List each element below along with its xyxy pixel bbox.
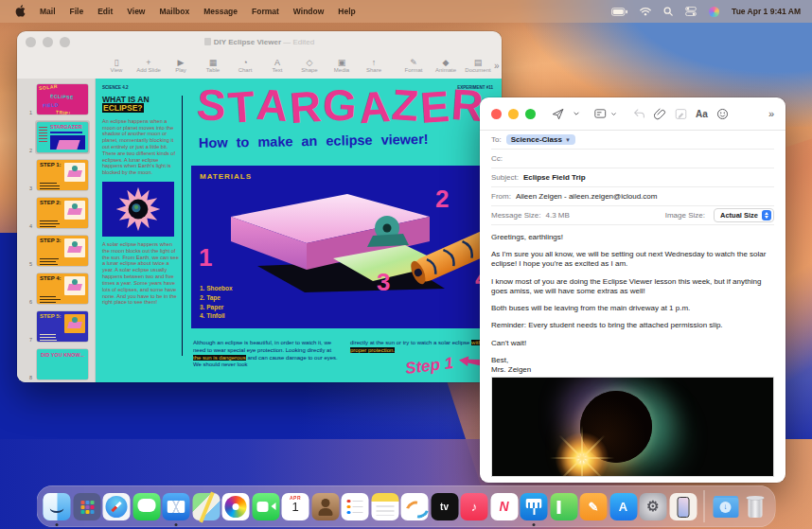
markup-button[interactable] (675, 108, 687, 120)
dock-iphone-mirroring-icon[interactable] (669, 493, 697, 520)
dock-calendar-icon[interactable]: APR1 (282, 493, 309, 520)
dock-notes-icon[interactable] (371, 493, 398, 520)
reply-button[interactable] (633, 108, 645, 119)
eclipse-photo-attachment[interactable] (491, 377, 774, 477)
toolbar-share[interactable]: ↑Share (358, 58, 390, 73)
dock-freeform-icon[interactable] (401, 493, 429, 520)
dock-finder-icon[interactable] (44, 493, 71, 520)
image-size-select[interactable]: Actual Size (714, 208, 774, 222)
menu-mail[interactable]: Mail (40, 7, 56, 16)
toolbar-label: Table (206, 67, 220, 73)
dock-keynote-icon[interactable] (521, 493, 548, 520)
from-field[interactable]: From: Aileen Zeigen - aileen.zeigen@iclo… (491, 187, 774, 206)
title-line: SOLAR (39, 84, 59, 91)
dock-facetime-icon[interactable] (252, 493, 279, 520)
toolbar-label: Animate (435, 67, 456, 73)
emoji-button[interactable] (716, 108, 729, 120)
attach-file-button[interactable] (654, 108, 666, 120)
dock-reminders-icon[interactable] (342, 493, 369, 520)
dock-settings-icon[interactable]: ⚙ (640, 493, 667, 520)
toolbar-shape[interactable]: ◇Shape (293, 58, 326, 73)
dock-launchpad-icon[interactable] (73, 493, 100, 520)
step-slide-thumb: STEP 4: (37, 273, 88, 304)
subject-field[interactable]: Subject: Eclipse Field Trip (491, 168, 774, 187)
slide-thumbnail-6[interactable]: STEP 4: (35, 272, 90, 306)
slide-row-8: 8DID YOU KNOW... (17, 347, 95, 381)
dock-tv-icon[interactable]: tv (431, 493, 458, 520)
cc-field[interactable]: Cc: (491, 150, 774, 168)
dock-downloads-icon[interactable]: ↓ (712, 493, 739, 520)
menu-clock[interactable]: Tue Apr 1 9:41 AM (732, 7, 801, 16)
toolbar-view[interactable]: ▯View (100, 58, 132, 73)
close-button[interactable] (491, 109, 502, 119)
dock-safari-icon[interactable] (103, 493, 131, 520)
slide-thumbnail-1[interactable]: SOLARECLIPSEFIELDTRIP! (35, 82, 90, 116)
message-body[interactable]: Greetings, earthlings!As I'm sure you al… (480, 225, 786, 375)
slide-thumbnail-4[interactable]: STEP 2: (35, 196, 90, 230)
spotlight-search-icon[interactable] (663, 7, 673, 16)
toolbar-format[interactable]: ✎Format (397, 58, 430, 73)
toolbar-media[interactable]: ▣Media (326, 58, 358, 73)
step-label: STEP 5: (40, 313, 62, 319)
menu-format[interactable]: Format (252, 7, 279, 16)
slide-thumbnail-2[interactable]: STARGAZER (35, 120, 90, 154)
dock-messages-icon[interactable] (132, 493, 160, 520)
menu-file[interactable]: File (70, 7, 84, 16)
slide-thumbnail-5[interactable]: STEP 3: (35, 234, 90, 268)
dock-mail-icon[interactable] (163, 493, 190, 520)
dock-news-icon[interactable]: N (490, 493, 518, 520)
dock-numbers-icon[interactable] (550, 493, 577, 520)
toolbar-label: Play (175, 67, 186, 73)
menu-view[interactable]: View (127, 7, 145, 16)
slide-number: 3 (17, 185, 35, 192)
toolbar-chart[interactable]: ◔Chart (229, 58, 261, 73)
slide-canvas[interactable]: SCIENCE 4.2 EXPERIMENT #11 WHAT IS AN EC… (96, 79, 502, 382)
toolbar-overflow-button[interactable]: » (494, 61, 500, 71)
minimize-button[interactable] (508, 109, 519, 119)
dock-contacts-icon[interactable] (311, 493, 339, 520)
to-field[interactable]: To: Science-Class▼ (491, 131, 774, 150)
battery-icon[interactable] (611, 8, 627, 16)
menu-edit[interactable]: Edit (97, 7, 113, 16)
menu-window[interactable]: Window (293, 7, 325, 16)
zoom-button[interactable] (525, 109, 536, 119)
control-center-icon[interactable] (685, 7, 697, 16)
recipient-token[interactable]: Science-Class▼ (506, 134, 575, 145)
format-button[interactable]: Aa (696, 109, 708, 119)
dock-pages-icon[interactable]: ✎ (580, 493, 608, 520)
send-button[interactable] (552, 108, 564, 120)
menu-message[interactable]: Message (203, 7, 238, 16)
slide-thumbnail-3[interactable]: STEP 1: (35, 158, 90, 192)
toolbar-table[interactable]: ▦Table (197, 58, 229, 73)
mail-titlebar[interactable]: Aa » (480, 97, 786, 131)
dock-photos-icon[interactable] (222, 493, 250, 520)
keynote-toolbar: ▯View+Add Slide▶Play▦Table◔ChartAText◇Sh… (17, 52, 502, 81)
toolbar-document[interactable]: ▤Document (462, 58, 494, 73)
toolbar-play[interactable]: ▶Play (165, 58, 197, 73)
toolbar-label: Text (272, 67, 282, 73)
menu-help[interactable]: Help (338, 7, 355, 16)
slide-thumbnail-8[interactable]: DID YOU KNOW... (35, 347, 90, 381)
running-indicator (175, 523, 178, 526)
siri-icon[interactable] (709, 7, 719, 17)
dock-maps-icon[interactable] (192, 493, 220, 520)
toolbar-animate[interactable]: ◆Animate (430, 58, 462, 73)
send-options-chevron-icon[interactable] (573, 110, 580, 117)
toolbar-text[interactable]: AText (261, 58, 293, 73)
slide-thumbnail-7[interactable]: STEP 5: (35, 309, 90, 344)
dock-music-icon[interactable]: ♪ (461, 493, 488, 520)
header-fields-button[interactable] (594, 108, 617, 119)
wifi-icon[interactable] (640, 7, 651, 16)
keynote-window: DIY Eclipse Viewer — Edited ▯View+Add Sl… (17, 31, 502, 382)
toolbar-add-slide[interactable]: +Add Slide (132, 58, 165, 73)
menu-mailbox[interactable]: Mailbox (159, 7, 189, 16)
dock-appstore-icon[interactable]: A (609, 493, 637, 520)
toolbar-overflow-button[interactable]: » (768, 108, 774, 119)
step-slide-thumb: STEP 3: (37, 236, 88, 266)
keynote-titlebar[interactable]: DIY Eclipse Viewer — Edited (17, 31, 502, 52)
toolbar-label: View (111, 67, 123, 73)
settings-glyph: ⚙ (640, 493, 667, 520)
apple-menu[interactable] (15, 5, 26, 19)
news-glyph: N (490, 493, 518, 520)
dock-trash-icon[interactable] (742, 493, 769, 520)
